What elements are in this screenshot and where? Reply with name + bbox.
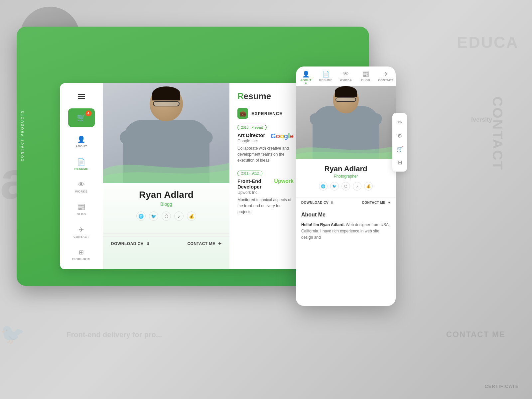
profile-title: Blogg <box>136 201 196 207</box>
mobile-blog-icon: 📰 <box>362 70 369 78</box>
exp-item-1: 2013 - Present Art Director Google Inc. … <box>237 124 294 163</box>
bg-university-text: iversity <box>471 116 492 123</box>
hamburger-icon <box>78 94 85 99</box>
profile-footer: DOWNLOAD CV ⬇ CONTACT ME ✈ <box>103 236 229 246</box>
mobile-blog-label: BLOG <box>361 78 370 82</box>
toolbar-cart-button[interactable]: 🛒 <box>392 142 407 156</box>
mobile-nav-resume[interactable]: 📄 RESUME <box>316 68 336 86</box>
mobile-about-section: About Me Hello! I'm Ryan Adlard. Web des… <box>296 208 396 306</box>
mobile-contact-me-button[interactable]: CONTACT ME ✈ <box>362 201 390 204</box>
mobile-head <box>333 86 359 113</box>
download-icon: ⬇ <box>146 241 150 246</box>
mobile-social-globe[interactable]: 🌐 <box>319 182 328 191</box>
sidebar-blog-label: BLOG <box>77 212 86 216</box>
works-icon: 👁 <box>78 181 85 189</box>
social-spotify-icon[interactable]: ♪ <box>174 211 184 221</box>
menu-button[interactable] <box>68 88 95 104</box>
exp-2-desc: Monitored technical aspects of the front… <box>237 197 294 215</box>
sidebar-item-contact[interactable]: ✈ CONTACT <box>68 221 95 243</box>
mobile-nav-contact[interactable]: ✈ CONTACT <box>376 68 396 86</box>
active-dot <box>305 82 307 84</box>
exp-2-job: Front-End Developer <box>237 178 274 190</box>
contact-me-label: CONTACT ME <box>187 241 215 246</box>
download-cv-label: DOWNLOAD CV <box>111 241 144 246</box>
arms-overlap <box>133 136 200 146</box>
resume-sidebar: 🛒 6 👤 ABOUT 📄 RESUME 👁 WORKS 📰 BLOG <box>60 83 103 269</box>
sidebar-works-label: WORKS <box>75 190 87 193</box>
mobile-download-cv-button[interactable]: DOWNLOAD CV ⬇ <box>301 201 333 204</box>
mobile-green-wave <box>296 139 396 159</box>
mobile-hair <box>335 86 357 97</box>
exp-2-company: Upwork Inc. <box>237 190 274 195</box>
social-globe-icon[interactable]: 🌐 <box>136 211 146 221</box>
gear-icon: ⚙ <box>397 133 402 139</box>
toolbar-pencil-button[interactable]: ✏ <box>392 116 407 129</box>
mobile-social-icons: 🌐 🐦 ⬡ ♪ 💰 <box>300 182 392 191</box>
mobile-footer: DOWNLOAD CV ⬇ CONTACT ME ✈ <box>296 197 396 208</box>
experience-header: 💼 EXPERIENCE <box>237 108 294 119</box>
mobile-about-title: About Me <box>301 212 390 218</box>
send-icon: ✈ <box>218 241 222 246</box>
mobile-about-label: ABOUT <box>300 78 312 82</box>
sidebar-item-products[interactable]: ⊞ PRODUCTS <box>68 244 95 265</box>
resume-icon: 📄 <box>77 158 85 166</box>
google-logo: Google <box>271 132 294 140</box>
mobile-nav-blog[interactable]: 📰 BLOG <box>356 68 376 86</box>
download-cv-button[interactable]: DOWNLOAD CV ⬇ <box>111 241 150 246</box>
bg-contact-right-text: CONTACT <box>489 96 505 171</box>
mobile-about-icon: 👤 <box>302 70 310 78</box>
profile-photo-area <box>103 83 229 183</box>
experience-icon: 💼 <box>237 108 248 119</box>
social-github-icon[interactable]: ⬡ <box>162 211 171 221</box>
sidebar-contact-label: CONTACT <box>73 235 89 238</box>
mobile-contact-icon: ✈ <box>383 70 388 78</box>
sidebar-item-works[interactable]: 👁 WORKS <box>68 176 95 198</box>
mobile-photo-bg <box>296 86 396 159</box>
mobile-nav-works[interactable]: 👁 WORKS <box>336 68 356 86</box>
exp-item-2: 2011 - 2012 Front-End Developer Upwork I… <box>237 170 294 215</box>
cart-badge: 6 <box>85 110 91 116</box>
sidebar-item-blog[interactable]: 📰 BLOG <box>68 199 95 220</box>
mobile-social-github[interactable]: ⬡ <box>341 182 350 191</box>
sidebar-item-about[interactable]: 👤 ABOUT <box>68 131 95 152</box>
blog-icon: 📰 <box>77 203 85 211</box>
photo-placeholder <box>103 83 229 183</box>
toolbar-settings-button[interactable]: ⚙ <box>392 129 407 142</box>
contact-me-button[interactable]: CONTACT ME ✈ <box>187 241 221 246</box>
exp-2-date: 2011 - 2012 <box>237 171 262 176</box>
right-toolbar: ✏ ⚙ 🛒 ⊞ <box>392 113 407 172</box>
bg-cert-text: CERTIFICATE <box>484 384 519 389</box>
resume-r: R <box>237 91 244 101</box>
mobile-works-label: WORKS <box>340 78 352 81</box>
exp-1-desc: Collaborate with creative and developmen… <box>237 145 294 163</box>
products-icon: ⊞ <box>79 249 84 256</box>
person-head <box>150 86 183 121</box>
mobile-arms-cross <box>319 118 372 126</box>
sidebar-item-resume[interactable]: 📄 RESUME <box>68 154 95 175</box>
vertical-sidebar-text: CONTACT PRODUCTS <box>17 110 28 161</box>
mobile-resume-icon: 📄 <box>322 70 330 78</box>
mobile-social-paypal[interactable]: 💰 <box>364 182 373 191</box>
mobile-nav-about[interactable]: 👤 ABOUT <box>296 68 316 86</box>
mobile-works-icon: 👁 <box>343 70 349 77</box>
exp-1-date: 2013 - Present <box>237 125 267 130</box>
bg-contactme-right: CONTACT ME <box>446 330 505 339</box>
mobile-contact-label: CONTACT <box>378 78 393 82</box>
mobile-send-icon: ✈ <box>388 201 391 204</box>
social-paypal-icon[interactable]: 💰 <box>187 211 196 221</box>
mobile-social-twitter[interactable]: 🐦 <box>330 182 339 191</box>
cart-button[interactable]: 🛒 6 <box>68 108 95 127</box>
bg-twitter-icon: 🐦 <box>0 322 25 346</box>
mobile-glasses <box>335 97 356 102</box>
green-wave <box>103 150 229 183</box>
exp-1-job: Art Director <box>237 132 265 138</box>
profile-name: Ryan Adlard <box>136 190 196 200</box>
mobile-social-spotify[interactable]: ♪ <box>353 182 361 191</box>
sidebar-products-label: PRODUCTS <box>72 257 90 261</box>
mobile-nav: 👤 ABOUT 📄 RESUME 👁 WORKS 📰 BLOG ✈ CONTAC… <box>296 66 396 86</box>
toolbar-grid-button[interactable]: ⊞ <box>392 156 407 169</box>
mobile-about-greeting: Hello! I'm Ryan Adlard. <box>301 222 344 227</box>
mobile-contact-me-label: CONTACT ME <box>362 201 386 204</box>
social-twitter-icon[interactable]: 🐦 <box>149 211 158 221</box>
bg-frontend-text: Front-end delivery for pro... <box>66 331 162 339</box>
